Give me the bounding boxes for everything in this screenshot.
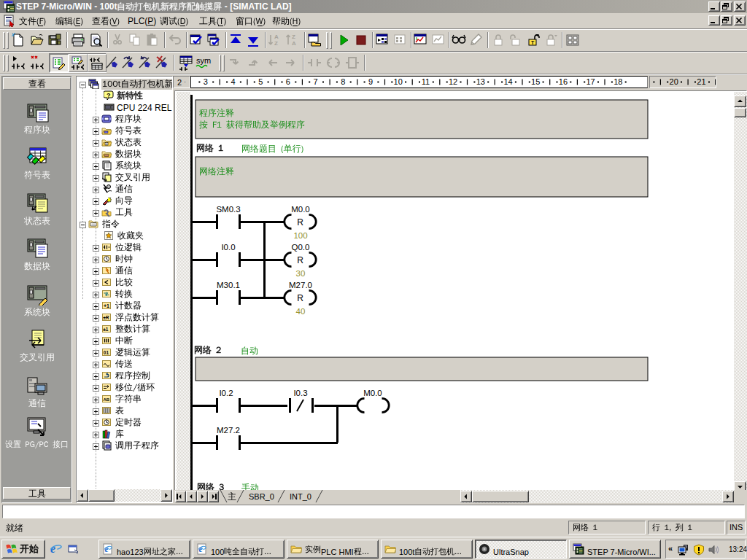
svg-text:±1: ±1 xyxy=(103,327,109,332)
svg-text:I0.0: I0.0 xyxy=(221,243,235,252)
svg-text:8: 8 xyxy=(341,77,345,86)
svg-text:Z: Z xyxy=(274,40,278,47)
svg-text:9: 9 xyxy=(368,77,373,86)
svg-text:A: A xyxy=(274,34,279,40)
svg-text:16: 16 xyxy=(559,77,568,86)
svg-text:AB: AB xyxy=(104,397,110,402)
svg-text:11: 11 xyxy=(422,77,430,86)
svg-text:M0.0: M0.0 xyxy=(363,389,382,397)
svg-text:M27.0: M27.0 xyxy=(289,281,312,289)
svg-text:+1: +1 xyxy=(104,303,109,308)
svg-text:3: 3 xyxy=(204,77,208,86)
svg-text:e: e xyxy=(105,544,109,554)
svg-text:12: 12 xyxy=(449,77,457,86)
svg-text:21: 21 xyxy=(697,77,705,86)
svg-text:Z: Z xyxy=(292,34,295,40)
svg-text:20: 20 xyxy=(670,77,678,86)
svg-text:sym: sym xyxy=(196,56,211,65)
svg-text:±R: ±R xyxy=(103,315,109,320)
svg-text:?: ? xyxy=(107,92,111,99)
svg-text:R: R xyxy=(297,255,303,265)
svg-text:INT_0: INT_0 xyxy=(290,492,311,501)
svg-text:SM0.3: SM0.3 xyxy=(216,205,240,214)
svg-text:18: 18 xyxy=(614,77,622,86)
svg-text:15: 15 xyxy=(531,77,540,86)
svg-text:M30.1: M30.1 xyxy=(217,281,240,289)
svg-text:5: 5 xyxy=(258,77,263,86)
svg-text:M0.0: M0.0 xyxy=(291,205,310,214)
svg-text:e: e xyxy=(199,544,204,554)
svg-text:10: 10 xyxy=(394,77,403,86)
svg-text:A: A xyxy=(292,40,296,47)
svg-text:R: R xyxy=(297,293,303,303)
svg-text:13: 13 xyxy=(476,77,485,86)
svg-text:I0.3: I0.3 xyxy=(293,389,307,397)
svg-text:6: 6 xyxy=(286,77,290,86)
svg-text:01: 01 xyxy=(104,350,109,355)
svg-text:SBR_0: SBR_0 xyxy=(249,492,274,501)
svg-text:R: R xyxy=(297,217,303,228)
svg-text:17: 17 xyxy=(586,77,595,86)
svg-text:4: 4 xyxy=(231,77,235,86)
svg-text:14: 14 xyxy=(503,77,512,86)
svg-text:40: 40 xyxy=(296,307,306,316)
svg-text:I0.2: I0.2 xyxy=(219,389,233,397)
svg-text:Q0.0: Q0.0 xyxy=(292,243,310,252)
svg-text:T: T xyxy=(531,40,535,45)
svg-text:M27.2: M27.2 xyxy=(217,426,240,435)
svg-text:100: 100 xyxy=(293,231,307,240)
svg-text:30: 30 xyxy=(296,269,306,278)
svg-text:7: 7 xyxy=(314,77,318,86)
